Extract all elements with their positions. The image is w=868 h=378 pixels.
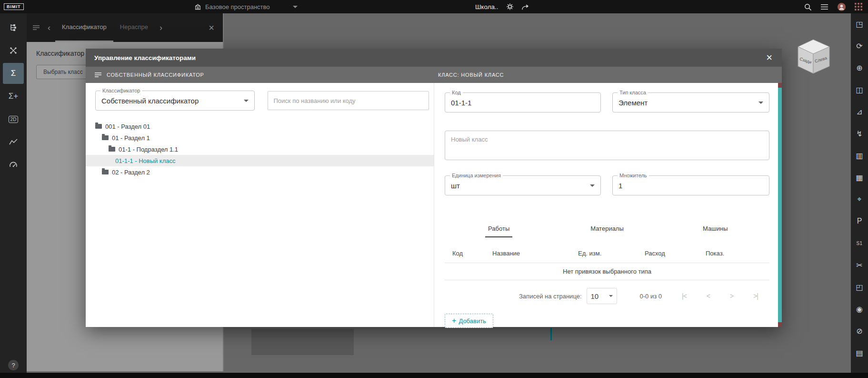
page-size-select[interactable]: 10 — [587, 288, 617, 304]
glyph: ◉ — [856, 305, 863, 314]
class-pane: Код Тип класса Элемент Единица измерения… — [434, 83, 782, 327]
view-cube[interactable]: Сзади Слева — [792, 35, 834, 77]
folder-icon — [102, 170, 109, 174]
project-name: Школа.. — [475, 3, 499, 10]
tab-label: Машины — [700, 225, 730, 237]
tree-item[interactable]: 01-1 - Подраздел 1.1 — [86, 143, 434, 155]
scrollbar[interactable] — [778, 83, 782, 327]
scrollbar-cap — [778, 322, 782, 327]
glyph: ◳ — [856, 20, 863, 29]
pan-icon[interactable]: ⊕ — [852, 59, 867, 76]
close-icon[interactable]: × — [765, 52, 773, 63]
unit-select[interactable]: Единица измерения шт — [445, 175, 601, 195]
help-button[interactable]: ? — [8, 360, 19, 370]
visibility-off-icon[interactable]: ⊘ — [852, 322, 867, 339]
prev-page-icon[interactable]: < — [707, 292, 710, 300]
multiplier-field[interactable]: Множитель — [612, 175, 769, 195]
column-header-rate: Расход — [645, 250, 706, 257]
focus-icon[interactable]: ⌖ — [852, 191, 867, 208]
share-icon[interactable] — [521, 3, 529, 10]
pagination: Записей на странице: 10 0-0 из 0 |< < > … — [445, 288, 769, 304]
quantities-icon[interactable]: Σ — [3, 63, 24, 84]
bimit-logo[interactable]: BIMIT — [4, 3, 24, 10]
layers-icon[interactable]: ▤ — [852, 344, 867, 361]
scrollbar-cap — [778, 83, 782, 88]
code-input[interactable] — [451, 99, 595, 107]
tab-works[interactable]: Работы — [445, 225, 553, 237]
tab-machines[interactable]: Машины — [661, 225, 769, 237]
first-page-icon[interactable]: |< — [682, 292, 687, 300]
multiplier-input[interactable] — [619, 182, 763, 190]
glyph: P — [857, 217, 862, 225]
next-page-icon[interactable]: > — [730, 292, 733, 300]
settings-icon[interactable] — [506, 3, 514, 10]
connections-icon[interactable] — [3, 40, 24, 61]
measure-icon[interactable]: ⊿ — [852, 103, 867, 120]
code-field[interactable]: Код — [445, 92, 601, 112]
user-avatar[interactable] — [837, 2, 846, 11]
folder-icon — [95, 124, 102, 129]
lightning-icon[interactable]: ↯ — [852, 125, 867, 142]
classifier-select[interactable]: Классификатор Собственный классификатор — [95, 91, 255, 111]
view-2d-glyph: 2D — [9, 116, 19, 123]
section-plane-icon[interactable]: ◫ — [852, 81, 867, 98]
s1-icon[interactable]: S1 — [852, 235, 867, 252]
add-binding-button[interactable]: + Добавить — [445, 314, 493, 328]
bindings-table-header: Код Название Ед. изм. Расход Показ. — [445, 245, 769, 263]
model-tree-icon[interactable] — [3, 17, 24, 38]
unit-select-label: Единица измерения — [450, 173, 503, 178]
plus-icon: + — [452, 317, 456, 325]
app-root: BIMIT Базовое пространство Школа.. — [0, 0, 868, 378]
glyph: ▥ — [856, 151, 863, 160]
tab-materials[interactable]: Материалы — [553, 225, 661, 237]
classifier-manager-dialog: Управление классификаторами × СОБСТВЕННЫ… — [86, 49, 782, 327]
multiplier-label: Множитель — [618, 173, 649, 178]
glyph: ▤ — [856, 348, 863, 358]
tree-item[interactable]: 01 - Раздел 1 — [86, 132, 434, 143]
class-type-label: Тип класса — [618, 90, 648, 95]
classifier-tree: 001 - Раздел 01 01 - Раздел 1 01-1 - Под… — [86, 121, 434, 178]
tree-item[interactable]: 02 - Раздел 2 — [86, 166, 434, 178]
quantities-add-icon[interactable]: Σ+ — [3, 86, 24, 107]
folder-icon — [102, 135, 109, 140]
dialog-titlebar: Управление классификаторами × — [86, 49, 782, 67]
topbar: BIMIT Базовое пространство Школа.. — [0, 0, 868, 13]
tree-item-label: 001 - Раздел 01 — [105, 123, 150, 130]
tree-item[interactable]: 001 - Раздел 01 — [86, 121, 434, 132]
workspace-switcher[interactable]: Базовое пространство — [194, 3, 298, 10]
classifier-select-value: Собственный классификатор — [101, 97, 199, 105]
section-cut-icon[interactable]: ✂ — [852, 256, 867, 274]
glyph: ⊘ — [856, 327, 862, 336]
visibility-icon[interactable]: ◉ — [852, 300, 867, 317]
page-range: 0-0 из 0 — [640, 293, 662, 300]
search-icon[interactable] — [804, 3, 812, 11]
axes-icon[interactable]: ◰ — [852, 278, 867, 296]
orbit-icon[interactable]: ⟳ — [852, 37, 867, 54]
project-group: Школа.. — [475, 3, 529, 10]
tree-item-label: 01 - Раздел 1 — [112, 134, 150, 142]
column-header-code: Код — [452, 250, 492, 257]
screenshot-icon[interactable]: ◳ — [852, 15, 867, 32]
glyph: ✂ — [856, 261, 862, 270]
topbar-actions — [804, 2, 862, 11]
view-2d-icon[interactable]: 2D — [3, 109, 24, 130]
glyph: S1 — [856, 241, 862, 246]
tree-item-selected[interactable]: 01-1-1 - Новый класс — [86, 155, 434, 166]
search-input[interactable] — [268, 91, 429, 110]
parking-icon[interactable]: P — [852, 213, 867, 230]
apps-grid-icon[interactable] — [855, 3, 862, 10]
classifier-list-icon[interactable] — [94, 72, 102, 78]
dashboard-icon[interactable] — [3, 154, 24, 175]
compare-icon[interactable]: ▥ — [852, 147, 867, 164]
menu-list-icon[interactable] — [820, 3, 828, 10]
charts-icon[interactable] — [3, 132, 24, 153]
dialog-subheader: СОБСТВЕННЫЙ КЛАССИФИКАТОР КЛАСС: НОВЫЙ К… — [86, 67, 782, 83]
last-page-icon[interactable]: >| — [753, 292, 758, 300]
column-header-name: Название — [492, 250, 578, 257]
class-type-select[interactable]: Тип класса Элемент — [612, 92, 769, 112]
bindings-tabs: Работы Материалы Машины — [445, 225, 769, 237]
glyph: ⟳ — [856, 41, 862, 51]
class-name-textarea[interactable] — [445, 131, 769, 160]
grid-icon[interactable]: ▦ — [852, 169, 867, 186]
glyph: ⌖ — [857, 195, 861, 204]
